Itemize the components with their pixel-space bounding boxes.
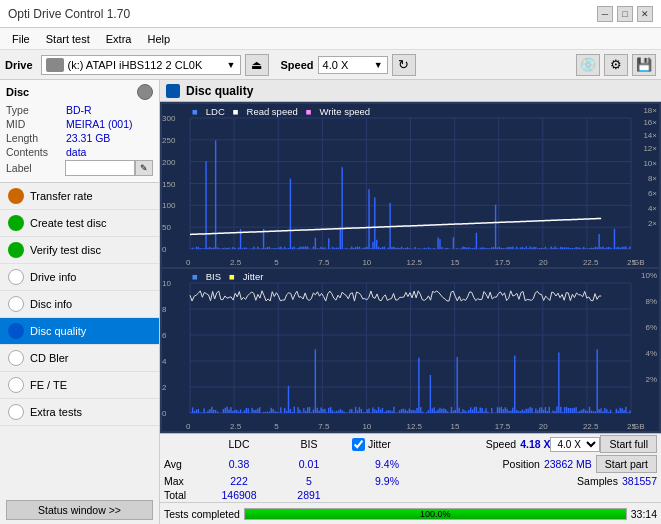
nav-label-transfer: Transfer rate: [30, 190, 93, 202]
stats-max-jitter: 9.9%: [352, 475, 422, 487]
drive-icon: [46, 58, 64, 72]
nav-cd-bler[interactable]: CD Bler: [0, 345, 159, 372]
disc-mid-row: MID MEIRA1 (001): [6, 118, 153, 130]
speed-selector[interactable]: 4.0 X ▼: [318, 56, 388, 74]
nav-transfer-rate[interactable]: Transfer rate: [0, 183, 159, 210]
titlebar: Opti Drive Control 1.70 ─ □ ✕: [0, 0, 661, 28]
jitter-legend-dot: ■: [229, 271, 235, 282]
jitter-checkbox[interactable]: [352, 438, 365, 451]
menu-help[interactable]: Help: [139, 31, 178, 47]
position-info: Position 23862 MB: [503, 458, 592, 470]
disc-type-row: Type BD-R: [6, 104, 153, 116]
nav-label-cdbler: CD Bler: [30, 352, 69, 364]
refresh-button[interactable]: ↻: [392, 54, 416, 76]
read-legend-dot: ■: [233, 106, 239, 117]
stats-area: LDC BIS Jitter Speed 4.18 X 4.0 X Start …: [160, 433, 661, 502]
settings-button[interactable]: ⚙: [604, 54, 628, 76]
menubar: File Start test Extra Help: [0, 28, 661, 50]
y-label-8x: 8×: [648, 174, 657, 183]
statusbar: Tests completed 100.0% 33:14: [160, 502, 661, 524]
nav-create-test-disc[interactable]: Create test disc: [0, 210, 159, 237]
disc-type-value: BD-R: [66, 104, 92, 116]
stats-avg-ldc: 0.38: [204, 458, 274, 470]
eject-button[interactable]: ⏏: [245, 54, 269, 76]
maximize-button[interactable]: □: [617, 6, 633, 22]
bis-legend-label: BIS: [206, 271, 221, 282]
nav-icon-cdbler: [8, 350, 24, 366]
stats-avg-row: Avg 0.38 0.01 9.4% Position 23862 MB Sta…: [160, 454, 661, 474]
stats-total-bis: 2891: [274, 489, 344, 501]
close-button[interactable]: ✕: [637, 6, 653, 22]
nav-drive-info[interactable]: Drive info: [0, 264, 159, 291]
read-legend-label: Read speed: [247, 106, 298, 117]
nav-disc-quality[interactable]: Disc quality: [0, 318, 159, 345]
nav-label-quality: Disc quality: [30, 325, 86, 337]
content-area: Disc quality ■ LDC ■ Read speed ■ Write …: [160, 80, 661, 524]
nav-fe-te[interactable]: FE / TE: [0, 372, 159, 399]
disc-contents-label: Contents: [6, 146, 66, 158]
y-label-16x: 16×: [643, 118, 657, 127]
y-label-10pct: 10%: [641, 271, 657, 280]
drive-dropdown-arrow: ▼: [227, 60, 236, 70]
stats-avg-bis: 0.01: [274, 458, 344, 470]
stats-max-row: Max 222 5 9.9% Samples 381557: [160, 474, 661, 488]
start-part-button[interactable]: Start part: [596, 455, 657, 473]
disc-label-button[interactable]: ✎: [135, 160, 153, 176]
stats-col-bis: BIS: [274, 438, 344, 450]
position-value: 23862 MB: [544, 458, 592, 470]
disc-contents-value: data: [66, 146, 86, 158]
speed-label: Speed: [281, 59, 314, 71]
disc-length-label: Length: [6, 132, 66, 144]
save-button[interactable]: 💾: [632, 54, 656, 76]
samples-value: 381557: [622, 475, 657, 487]
menu-extra[interactable]: Extra: [98, 31, 140, 47]
disc-length-value: 23.31 GB: [66, 132, 110, 144]
speed-stat-select[interactable]: 4.0 X: [550, 437, 600, 452]
bis-legend: ■ BIS ■ Jitter: [192, 271, 263, 282]
menu-starttest[interactable]: Start test: [38, 31, 98, 47]
y-label-2x: 2×: [648, 219, 657, 228]
nav-icon-disc: [8, 296, 24, 312]
status-text: Tests completed: [164, 508, 240, 520]
nav-disc-info[interactable]: Disc info: [0, 291, 159, 318]
y-label-18x: 18×: [643, 106, 657, 115]
jitter-label: Jitter: [368, 438, 391, 450]
start-full-button[interactable]: Start full: [600, 435, 657, 453]
charts-container: ■ LDC ■ Read speed ■ Write speed 18× 16×…: [160, 102, 661, 433]
status-time: 33:14: [631, 508, 657, 520]
nav-label-verify: Verify test disc: [30, 244, 101, 256]
nav-label-drive: Drive info: [30, 271, 76, 283]
burn-button[interactable]: 💿: [576, 54, 600, 76]
progress-bar: 100.0%: [244, 508, 627, 520]
progress-percent: 100.0%: [245, 509, 626, 519]
minimize-button[interactable]: ─: [597, 6, 613, 22]
status-window-button[interactable]: Status window >>: [6, 500, 153, 520]
ldc-legend-label: LDC: [206, 106, 225, 117]
y-label-4x: 4×: [648, 204, 657, 213]
stats-col-ldc: LDC: [204, 438, 274, 450]
disc-panel: Disc Type BD-R MID MEIRA1 (001) Length 2…: [0, 80, 159, 183]
ldc-chart: ■ LDC ■ Read speed ■ Write speed 18× 16×…: [162, 104, 659, 267]
menu-file[interactable]: File: [4, 31, 38, 47]
disc-quality-header: Disc quality: [160, 80, 661, 102]
bis-chart: ■ BIS ■ Jitter 10% 8% 6% 4% 2%: [162, 269, 659, 431]
position-label: Position: [503, 458, 540, 470]
jitter-checkbox-group: Jitter: [352, 438, 391, 451]
nav-icon-extra: [8, 404, 24, 420]
nav-icon-drive: [8, 269, 24, 285]
y-label-4pct: 4%: [645, 349, 657, 358]
nav-verify-test-disc[interactable]: Verify test disc: [0, 237, 159, 264]
stats-max-bis: 5: [274, 475, 344, 487]
app-title: Opti Drive Control 1.70: [8, 7, 130, 21]
nav-label-create: Create test disc: [30, 217, 106, 229]
drive-label: Drive: [5, 59, 33, 71]
drive-selector[interactable]: (k:) ATAPI iHBS112 2 CL0K ▼: [41, 55, 241, 75]
disc-label-input[interactable]: [65, 160, 135, 176]
disc-length-row: Length 23.31 GB: [6, 132, 153, 144]
stats-total-label: Total: [164, 489, 204, 501]
nav-icon-create: [8, 215, 24, 231]
nav-extra-tests[interactable]: Extra tests: [0, 399, 159, 426]
speed-stat-label: Speed: [486, 438, 516, 450]
samples-info: Samples 381557: [577, 475, 657, 487]
samples-label: Samples: [577, 475, 618, 487]
